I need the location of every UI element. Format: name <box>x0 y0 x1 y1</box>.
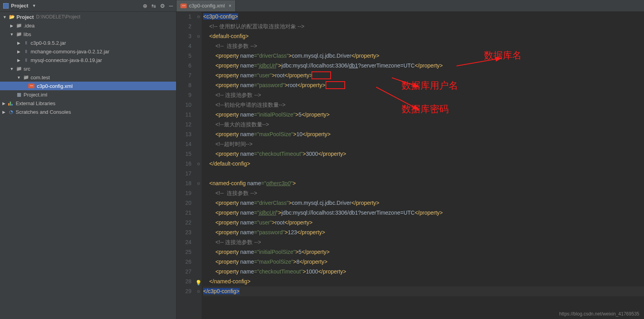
annotation-db-user: 数据库用户名 <box>402 80 458 90</box>
text: 1000 <box>306 268 318 275</box>
tree-label: com.test <box>31 75 50 80</box>
attr: name <box>240 249 254 255</box>
module-icon: 📂 <box>9 14 15 20</box>
tree-item-idea[interactable]: ▶ .idea <box>0 21 176 30</box>
xml-comment: <!-- 连接参数 --> <box>215 43 257 49</box>
annotation-db-name: 数据库名 <box>484 50 522 60</box>
tree-label: External Libraries <box>16 100 55 106</box>
jar-icon: ⫴ <box>23 48 29 55</box>
hide-icon[interactable]: ─ <box>169 3 173 9</box>
tree-item-jar[interactable]: ▶⫴ mysql-connector-java-8.0.19.jar <box>0 56 176 64</box>
close-icon[interactable]: × <box>229 3 231 9</box>
xml-comment: <!--超时时间--> <box>215 141 253 147</box>
watermark: https://blog.csdn.net/weixin_41769535 <box>559 311 639 317</box>
xml-tag: > <box>293 180 296 186</box>
tree-label: mchange-commons-java-0.2.12.jar <box>31 49 109 55</box>
attr-val: jdbcUrl <box>259 62 277 69</box>
tree-item-xml[interactable]: ▶⋯ c3p0-config.xml <box>0 82 176 90</box>
text: 123 <box>288 229 297 235</box>
jar-icon: ⫴ <box>23 40 29 46</box>
attr-val: jdbcUrl <box>259 210 277 216</box>
xml-comment: <!-- 使用默认的配置读取连接池对象 --> <box>209 23 305 29</box>
text: root <box>275 72 284 78</box>
tree-label: .idea <box>24 23 35 29</box>
tree-root[interactable]: ▼📂 Project D:\NODELET\Project <box>0 13 176 21</box>
gear-icon[interactable]: ⚙ <box>160 3 165 9</box>
xml-comment: <!--最大的连接数量--> <box>215 121 269 128</box>
attr: name <box>240 82 254 88</box>
fold-gutter: ⊖ ⊖ ⊖ ⊖ ⊖ ⊖ 💡 <box>196 12 202 319</box>
tree-label: mysql-connector-java-8.0.19.jar <box>31 57 102 63</box>
attr-val: otherc3p0 <box>266 180 291 186</box>
editor-body[interactable]: 1234567891011121314151617181920212223242… <box>176 12 644 319</box>
highlight-box-user <box>311 71 331 79</box>
tree-scratches[interactable]: ▶◔ Scratches and Consoles <box>0 108 176 116</box>
highlight-box-password <box>326 81 345 89</box>
tree-label: src <box>24 66 30 72</box>
attr: name <box>247 180 261 186</box>
text: 5 <box>298 111 302 118</box>
tree-item-jar[interactable]: ▶⫴ mchange-commons-java-0.2.12.jar <box>0 47 176 56</box>
tree-item-libs[interactable]: ▼ libs <box>0 30 176 38</box>
attr-val: checkoutTimeout <box>259 268 301 275</box>
attr: name <box>240 210 254 216</box>
tree-item-src[interactable]: ▼ src <box>0 64 176 73</box>
xml-icon: ⋯ <box>180 4 187 8</box>
attr: name <box>240 131 254 137</box>
project-view-icon <box>3 3 9 9</box>
scratches-icon: ◔ <box>8 109 14 115</box>
target-icon[interactable]: ⊕ <box>143 3 147 9</box>
editor-tab[interactable]: ⋯ c3p0-config.xml × <box>176 0 236 11</box>
folder-icon <box>16 22 22 29</box>
tree-item-package[interactable]: ▼ com.test <box>0 73 176 82</box>
xml-icon: ⋯ <box>28 84 35 88</box>
attr-val: initialPoolSize <box>259 249 293 255</box>
tree-label: c3p0-config.xml <box>37 83 73 89</box>
text: jdbc:mysql://localhost:3306/ <box>282 62 349 69</box>
xml-tag: </c3p0-config> <box>203 288 240 294</box>
tree-root-path: D:\NODELET\Project <box>36 14 80 20</box>
attr: name <box>240 219 254 226</box>
intention-bulb-icon[interactable]: 💡 <box>195 278 202 288</box>
xml-tag: </named-config> <box>209 278 251 284</box>
folder-icon <box>16 31 22 37</box>
text: com.mysql.cj.jdbc.Driver <box>292 53 351 59</box>
tree-external-libs[interactable]: ▶ External Libraries <box>0 99 176 108</box>
attr: name <box>240 259 254 265</box>
editor-tab-bar: ⋯ c3p0-config.xml × <box>176 0 644 12</box>
attr-val: checkoutTimeout <box>259 151 301 157</box>
xml-tag: <c3p0-config> <box>203 13 238 20</box>
source-folder-icon <box>16 66 22 72</box>
attr: name <box>240 53 254 59</box>
line-gutter: 1234567891011121314151617181920212223242… <box>176 12 196 319</box>
attr-val: maxPoolSize <box>259 259 291 265</box>
tree-label: Project.iml <box>24 92 47 98</box>
dropdown-arrow-icon[interactable]: ▼ <box>32 4 36 8</box>
attr-val: driverClass <box>259 53 287 59</box>
project-tool-header: Project ▼ ⊕ ⇆ ⚙ ─ <box>0 0 176 12</box>
tree-label: c3p0-0.9.5.2.jar <box>31 40 66 46</box>
collapse-icon[interactable]: ⇆ <box>151 3 156 9</box>
xml-comment: <!-- 连接参数 --> <box>215 190 257 196</box>
editor-panel: ⋯ c3p0-config.xml × 12345678910111213141… <box>176 0 644 319</box>
attr: name <box>240 200 254 206</box>
attr-val: driverClass <box>259 200 287 206</box>
xml-comment: <!--初始化申请的连接数量--> <box>215 102 286 108</box>
tree-root-name: Project <box>16 14 34 20</box>
text: root <box>275 219 284 226</box>
tab-label: c3p0-config.xml <box>189 3 225 9</box>
text: db1 <box>349 62 358 69</box>
attr: name <box>240 72 254 78</box>
xml-tag: </default-config> <box>209 160 250 167</box>
package-icon <box>23 74 29 80</box>
xml-comment: <!-- 连接池参数 --> <box>215 239 261 245</box>
project-panel: Project ▼ ⊕ ⇆ ⚙ ─ ▼📂 Project D:\NODELET\… <box>0 0 176 319</box>
code-area[interactable]: <c3p0-config> <!-- 使用默认的配置读取连接池对象 --> <d… <box>202 12 644 319</box>
attr: name <box>240 62 254 69</box>
attr: name <box>240 229 254 235</box>
attr-val: user <box>259 72 270 78</box>
project-tree[interactable]: ▼📂 Project D:\NODELET\Project ▶ .idea ▼ … <box>0 12 176 319</box>
tree-item-iml[interactable]: ▶▦ Project.iml <box>0 90 176 99</box>
tree-item-jar[interactable]: ▶⫴ c3p0-0.9.5.2.jar <box>0 38 176 47</box>
project-view-title[interactable]: Project <box>11 3 28 9</box>
